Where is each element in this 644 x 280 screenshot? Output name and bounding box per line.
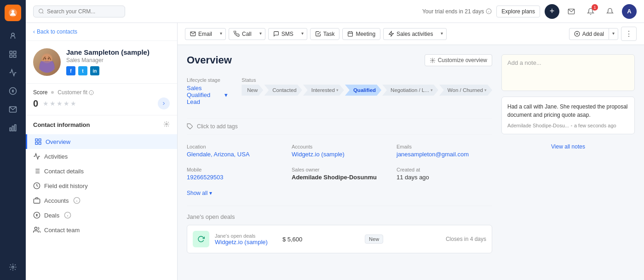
email-nav-icon[interactable] <box>564 4 579 19</box>
sidebar-dashboard-icon[interactable] <box>5 46 21 63</box>
deal-closes: Closes in 4 days <box>446 236 486 242</box>
mobile-value[interactable]: 19266529503 <box>187 174 282 181</box>
tag-icon <box>187 123 193 130</box>
svg-point-38 <box>34 227 37 229</box>
won-churned-dropdown-icon: ▾ <box>484 88 487 92</box>
add-deal-dropdown-button[interactable]: ▾ <box>609 28 618 40</box>
svg-rect-23 <box>35 139 38 141</box>
note-input[interactable]: Add a note... <box>501 54 635 91</box>
tags-row[interactable]: Click to add tags <box>187 118 492 135</box>
customer-fit-label: Customer fit <box>58 89 94 96</box>
deal-icon <box>193 231 209 247</box>
email-btn-group: Email ▾ <box>185 28 226 40</box>
contact-nav: Overview Activities Contact details Fiel… <box>26 131 177 241</box>
sales-activities-btn-group: Sales activities ▾ <box>383 28 447 40</box>
lifecycle-label: Lifecycle stage <box>187 77 228 83</box>
email-dropdown-button[interactable]: ▾ <box>217 28 226 40</box>
add-deal-btn-group: Add deal ▾ <box>569 28 618 40</box>
sidebar-contacts-icon[interactable] <box>5 28 21 44</box>
pipeline-step-contacted[interactable]: Contacted <box>264 85 302 96</box>
nav-item-contact-team[interactable]: Contact team <box>26 223 177 237</box>
sidebar-settings-icon[interactable] <box>5 259 21 275</box>
svg-rect-24 <box>39 139 41 141</box>
customize-overview-button[interactable]: Customize overview <box>425 54 492 66</box>
location-value[interactable]: Glendale, Arizona, USA <box>187 151 282 158</box>
sales-activities-button[interactable]: Sales activities <box>383 28 437 40</box>
svg-marker-44 <box>389 31 394 36</box>
pipeline-step-won-churned-label: Won / Churned <box>448 87 483 93</box>
twitter-icon[interactable]: t <box>78 66 87 75</box>
search-icon <box>38 8 44 14</box>
svg-rect-9 <box>10 128 11 131</box>
nav-item-deals[interactable]: Deals <box>26 208 177 223</box>
contact-header: Jane Sampleton (sample) Sales Manager f … <box>26 41 177 84</box>
deal-info: Jane's open deals Widgetz.io (sample) <box>215 233 268 246</box>
task-button[interactable]: Task <box>310 28 340 40</box>
add-button[interactable]: + <box>545 4 559 19</box>
lifecycle-value[interactable]: Sales Qualified Lead ▾ <box>187 85 228 105</box>
sms-dropdown-button[interactable]: ▾ <box>298 28 307 40</box>
nav-item-activities[interactable]: Activities <box>26 149 177 164</box>
note-meta: Ademilade Shodipe-Dosu... a few seconds … <box>507 123 629 128</box>
linkedin-icon[interactable]: in <box>90 66 99 75</box>
status-pipeline: New Contacted Interested ▾ <box>242 85 492 96</box>
contact-info-settings-icon[interactable] <box>163 121 170 129</box>
explore-plans-button[interactable]: Explore plans <box>496 6 540 17</box>
sidebar-money-icon[interactable] <box>5 83 21 99</box>
note-text: Had a call with Jane. She requested the … <box>507 103 629 119</box>
accounts-value[interactable]: Widgetz.io (sample) <box>292 151 387 158</box>
nav-item-contact-details[interactable]: Contact details <box>26 164 177 178</box>
add-deal-button[interactable]: Add deal <box>569 28 609 40</box>
score-dot <box>51 91 54 94</box>
sms-button[interactable]: SMS <box>268 28 298 40</box>
email-button[interactable]: Email <box>185 28 217 40</box>
svg-point-13 <box>39 9 43 13</box>
meeting-button[interactable]: Meeting <box>342 28 380 40</box>
pipeline-step-new[interactable]: New <box>242 85 263 96</box>
score-expand-button[interactable] <box>158 97 170 109</box>
search-box[interactable] <box>33 6 125 17</box>
deal-status-badge: New <box>365 234 383 244</box>
emails-value[interactable]: janesampleton@gmail.com <box>397 151 492 158</box>
notification-badge: 1 <box>592 4 598 11</box>
back-to-contacts[interactable]: ‹ Back to contacts <box>26 23 177 41</box>
sales-activities-dropdown-button[interactable]: ▾ <box>437 28 447 40</box>
contact-panel: ‹ Back to contacts <box>26 23 178 280</box>
nav-item-field-edit-history[interactable]: Field edit history <box>26 178 177 193</box>
svg-point-20 <box>41 53 52 63</box>
info-accounts: Accounts Widgetz.io (sample) <box>292 144 387 158</box>
nav-item-overview[interactable]: Overview <box>26 134 177 149</box>
sidebar-analytics-icon[interactable] <box>5 120 21 136</box>
pipeline-step-won-churned[interactable]: Won / Churned ▾ <box>439 85 492 96</box>
call-dropdown-button[interactable]: ▾ <box>256 28 265 40</box>
svg-rect-34 <box>34 199 40 203</box>
notifications-icon[interactable]: 1 <box>583 4 598 19</box>
search-input[interactable] <box>47 8 116 15</box>
deal-card: Jane's open deals Widgetz.io (sample) $ … <box>187 225 492 253</box>
score-label: Score <box>33 89 47 96</box>
deal-refresh-icon <box>197 235 205 243</box>
pipeline-step-qualified[interactable]: Qualified <box>345 85 381 96</box>
bell-icon[interactable] <box>603 4 617 19</box>
facebook-icon[interactable]: f <box>66 66 75 75</box>
pipeline-step-interested[interactable]: Interested ▾ <box>303 85 344 96</box>
sidebar-email-icon[interactable] <box>5 101 21 118</box>
sidebar-reports-icon[interactable] <box>5 64 21 81</box>
overview-title: Overview <box>187 54 232 66</box>
add-deal-icon <box>574 31 580 37</box>
show-all-button[interactable]: Show all ▾ <box>187 190 492 196</box>
app-logo[interactable] <box>5 5 21 21</box>
note-time: a few seconds ago <box>574 123 616 128</box>
view-all-notes-button[interactable]: View all notes <box>501 140 635 154</box>
deal-name[interactable]: Widgetz.io (sample) <box>215 239 268 246</box>
accounts-icon <box>33 197 40 204</box>
svg-rect-26 <box>35 142 38 144</box>
nav-item-accounts[interactable]: Accounts <box>26 193 177 208</box>
meeting-icon <box>347 31 353 37</box>
more-actions-button[interactable]: ⋮ <box>621 27 637 41</box>
pipeline-step-negotiation[interactable]: Negotiation / L... ▾ <box>382 85 438 96</box>
user-avatar[interactable]: A <box>622 4 637 19</box>
overview-main: Overview Customize overview Lifecycle st… <box>187 54 492 271</box>
social-icons: f t in <box>66 66 150 75</box>
call-button[interactable]: Call <box>229 28 256 40</box>
